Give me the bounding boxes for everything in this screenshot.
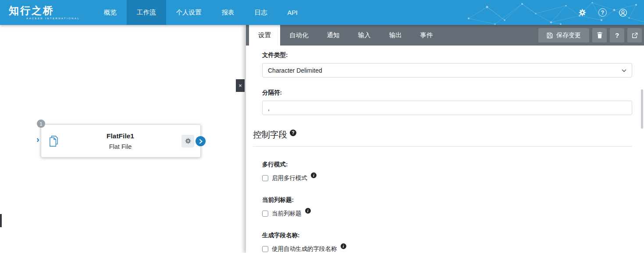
- file-type-field-group: 文件类型: Character Delimited: [262, 51, 632, 77]
- node-output-connector-button[interactable]: [196, 136, 206, 146]
- generate-field-names-info-icon[interactable]: i: [341, 243, 346, 249]
- left-edge-collapse-handle[interactable]: [0, 214, 2, 227]
- close-panel-button[interactable]: ×: [236, 79, 245, 92]
- trash-icon: [597, 32, 603, 39]
- multiline-mode-label: 多行模式:: [262, 161, 632, 169]
- delimiter-field-group: 分隔符:: [262, 89, 632, 115]
- delimiter-label: 分隔符:: [262, 89, 632, 97]
- close-icon: ×: [238, 82, 242, 89]
- multiline-mode-row: 启用多行模式 i: [262, 174, 632, 182]
- column-header-row: 当前列标题 i: [262, 210, 632, 218]
- chevron-down-icon: [621, 67, 627, 75]
- settings-tabbar: 设置 自动化 通知 输入 输出 事件 保: [246, 25, 644, 46]
- file-type-selected-value: Character Delimited: [262, 63, 632, 77]
- node-subtitle: Flat File: [59, 143, 181, 150]
- section-help-icon[interactable]: ?: [290, 130, 296, 136]
- node-title: FlatFile1: [59, 132, 181, 140]
- nav-item-logs[interactable]: 日志: [245, 0, 278, 25]
- settings-gear-icon[interactable]: [578, 8, 587, 17]
- tab-settings[interactable]: 设置: [249, 25, 280, 46]
- help-question-icon: ?: [615, 32, 619, 39]
- account-icon[interactable]: [619, 8, 627, 17]
- top-navbar: 知行之桥 AACEER INTERNATIONAL 概览 工作流 个人设置 报表…: [0, 0, 644, 25]
- generate-field-names-row: 使用自动生成的字段名称 i: [262, 245, 632, 253]
- generate-field-names-checkbox[interactable]: [262, 246, 268, 252]
- multiline-mode-checkbox[interactable]: [262, 175, 268, 181]
- generate-field-names-label: 生成字段名称:: [262, 232, 632, 239]
- panel-help-button[interactable]: ?: [610, 28, 624, 42]
- workflow-node-flatfile1[interactable]: FlatFile1 Flat File: [41, 124, 201, 158]
- chevron-right-icon: [199, 139, 203, 144]
- header-icon-group: ?: [578, 0, 644, 25]
- tab-events[interactable]: 事件: [411, 25, 442, 46]
- delete-button[interactable]: [592, 28, 607, 42]
- node-order-badge: 1: [37, 119, 45, 128]
- gear-icon: [185, 137, 192, 144]
- section-title: 控制字段: [253, 129, 287, 141]
- node-input-connector-icon[interactable]: ›: [36, 135, 39, 144]
- file-type-label: 文件类型:: [262, 51, 632, 59]
- column-header-group: 当前列标题: 当前列标题 i: [262, 196, 632, 218]
- save-button-label: 保存变更: [556, 32, 581, 39]
- column-header-label: 当前列标题:: [262, 196, 632, 204]
- nav-item-workflows[interactable]: 工作流: [127, 0, 166, 25]
- open-external-button[interactable]: [627, 28, 642, 42]
- nav-item-reports[interactable]: 报表: [212, 0, 245, 25]
- help-icon[interactable]: ?: [598, 8, 607, 17]
- app-logo[interactable]: 知行之桥 AACEER INTERNATIONAL: [0, 0, 86, 25]
- generate-field-names-checkbox-label: 使用自动生成的字段名称: [272, 245, 337, 253]
- logo-title: 知行之桥: [9, 6, 86, 16]
- tab-input[interactable]: 输入: [349, 25, 380, 46]
- tab-output[interactable]: 输出: [380, 25, 411, 46]
- main-nav: 概览 工作流 个人设置 报表 日志 API: [94, 0, 308, 25]
- save-floppy-icon: [547, 32, 553, 39]
- tab-automation[interactable]: 自动化: [280, 25, 318, 46]
- panel-scrollbar-thumb[interactable]: [641, 89, 643, 129]
- flat-file-document-icon: [48, 135, 59, 147]
- workflow-canvas[interactable]: 1 › FlatFile1 Flat File: [0, 25, 246, 253]
- multiline-mode-group: 多行模式: 启用多行模式 i: [262, 161, 632, 182]
- node-settings-button[interactable]: [181, 135, 194, 148]
- node-settings-panel: 设置 自动化 通知 输入 输出 事件 保: [246, 25, 644, 253]
- app-root: 知行之桥 AACEER INTERNATIONAL 概览 工作流 个人设置 报表…: [0, 0, 644, 253]
- generate-field-names-group: 生成字段名称: 使用自动生成的字段名称 i: [262, 232, 632, 253]
- file-type-select[interactable]: Character Delimited: [262, 63, 632, 77]
- delimiter-input[interactable]: [262, 101, 632, 115]
- nav-item-api[interactable]: API: [278, 0, 308, 25]
- save-changes-button[interactable]: 保存变更: [538, 28, 589, 42]
- nav-item-profile-settings[interactable]: 个人设置: [166, 0, 212, 25]
- section-divider: [253, 146, 632, 147]
- column-header-info-icon[interactable]: i: [305, 208, 311, 214]
- multiline-mode-checkbox-label: 启用多行模式: [272, 174, 307, 182]
- nav-item-overview[interactable]: 概览: [94, 0, 127, 25]
- column-header-checkbox-label: 当前列标题: [272, 210, 302, 218]
- multiline-mode-info-icon[interactable]: i: [311, 172, 317, 178]
- column-header-checkbox[interactable]: [262, 211, 268, 217]
- tab-notifications[interactable]: 通知: [318, 25, 349, 46]
- help-question-glyph: ?: [598, 8, 607, 17]
- settings-form: 文件类型: Character Delimited 分隔符:: [246, 46, 644, 253]
- control-fields-section-heading: 控制字段 ?: [253, 129, 632, 141]
- external-link-icon: [632, 32, 638, 39]
- logo-subtitle: AACEER INTERNATIONAL: [26, 17, 86, 20]
- tabbar-actions: 保存变更 ?: [538, 25, 644, 46]
- node-text-block: FlatFile1 Flat File: [59, 132, 181, 150]
